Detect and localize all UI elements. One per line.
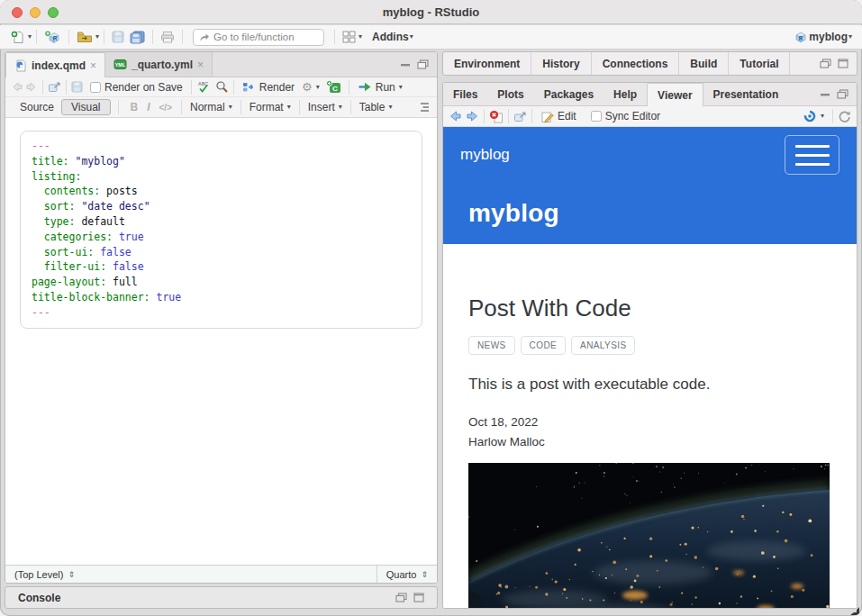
- publish-button[interactable]: ▾: [799, 109, 828, 123]
- sync-editor-checkbox[interactable]: Sync Editor: [587, 110, 664, 122]
- code-line[interactable]: type: default: [32, 214, 411, 230]
- maximize-pane-icon[interactable]: [417, 59, 429, 69]
- insert-menu[interactable]: Insert ▾: [304, 101, 346, 113]
- code-line[interactable]: categories: true: [32, 230, 411, 245]
- code-line[interactable]: title-block-banner: true: [32, 290, 411, 305]
- open-new-window-icon[interactable]: [48, 81, 61, 93]
- render-settings-button[interactable]: ⚙ ▾: [298, 80, 323, 94]
- minimize-pane-icon[interactable]: [400, 60, 411, 69]
- post-description[interactable]: This is a post with executable code.: [468, 376, 857, 394]
- format-menu[interactable]: Format ▾: [246, 101, 295, 113]
- forward-icon[interactable]: [25, 81, 38, 93]
- project-selector[interactable]: R myblog ▾: [791, 29, 855, 46]
- new-file-button[interactable]: [7, 28, 28, 46]
- checkbox-box[interactable]: [591, 111, 602, 122]
- run-button[interactable]: Run ▾: [354, 81, 406, 94]
- code-line[interactable]: title: "myblog": [32, 154, 411, 169]
- italic-button[interactable]: I: [142, 101, 154, 113]
- checkbox-box[interactable]: [90, 82, 101, 93]
- open-file-button[interactable]: [74, 29, 95, 45]
- paragraph-style-dropdown[interactable]: Normal ▾: [186, 101, 236, 113]
- viewer-forward-icon[interactable]: [466, 110, 479, 122]
- tab-tutorial[interactable]: Tutorial: [729, 52, 790, 75]
- publish-caret[interactable]: ▾: [821, 113, 824, 120]
- pane-layout-caret[interactable]: ▾: [358, 33, 362, 41]
- tab-files[interactable]: Files: [443, 83, 487, 105]
- blog-navbar-title[interactable]: myblog: [460, 146, 510, 164]
- visual-editor-toolbar: Source Visual B I </> Normal ▾ Format ▾ …: [5, 97, 437, 118]
- viewer-back-icon[interactable]: [449, 110, 462, 122]
- save-icon-small[interactable]: [71, 81, 83, 93]
- print-button[interactable]: [158, 29, 177, 45]
- visual-editor-canvas[interactable]: ---title: "myblog"listing: contents: pos…: [5, 118, 437, 565]
- open-file-caret[interactable]: ▾: [95, 33, 99, 41]
- tab-viewer[interactable]: Viewer: [647, 83, 703, 106]
- tab-quarto-yml[interactable]: YML _quarto.yml ×: [105, 52, 213, 77]
- post-title-link[interactable]: Post With Code: [468, 294, 857, 322]
- edit-button[interactable]: Edit: [537, 110, 580, 123]
- tab-history[interactable]: History: [531, 52, 591, 75]
- code-line[interactable]: contents: posts: [32, 184, 411, 199]
- restore-pane-icon[interactable]: [820, 59, 831, 68]
- window-resize-grip[interactable]: [850, 607, 859, 615]
- insert-chunk-button[interactable]: C: [323, 78, 344, 95]
- spellcheck-icon[interactable]: ABC: [196, 80, 212, 94]
- find-replace-icon[interactable]: [215, 80, 229, 94]
- navbar-toggle-button[interactable]: [785, 135, 839, 175]
- bold-button[interactable]: B: [126, 101, 143, 113]
- mode-visual-button[interactable]: Visual: [61, 99, 110, 115]
- file-type-selector[interactable]: Quarto ⇕: [377, 566, 437, 583]
- category-badge[interactable]: NEWS: [468, 336, 515, 355]
- maximize-pane-icon[interactable]: [837, 89, 848, 99]
- code-line[interactable]: sort: "date desc": [32, 199, 411, 214]
- maximize-pane-icon[interactable]: [413, 593, 424, 602]
- save-all-button[interactable]: [127, 29, 148, 46]
- pane-layout-button[interactable]: [340, 29, 358, 45]
- run-caret[interactable]: ▾: [399, 84, 403, 91]
- maximize-pane-icon[interactable]: [838, 59, 848, 68]
- category-badge[interactable]: ANALYSIS: [571, 336, 635, 355]
- code-line[interactable]: sort-ui: false: [32, 245, 411, 260]
- render-on-save-checkbox[interactable]: Render on Save: [86, 81, 186, 94]
- tab-index-qmd[interactable]: index.qmd ×: [5, 52, 105, 77]
- close-tab-icon[interactable]: ×: [90, 59, 96, 72]
- yaml-code-block[interactable]: ---title: "myblog"listing: contents: pos…: [20, 131, 422, 329]
- tab-build[interactable]: Build: [679, 52, 729, 75]
- save-button[interactable]: [109, 29, 127, 45]
- back-icon[interactable]: [11, 81, 23, 93]
- code-line[interactable]: ---: [32, 305, 411, 321]
- mode-source-button[interactable]: Source: [13, 100, 61, 114]
- viewer-toolbar: Edit Sync Editor ▾: [443, 106, 857, 127]
- tab-help[interactable]: Help: [603, 83, 647, 105]
- addins-button[interactable]: Addins ▾: [369, 29, 416, 45]
- scope-selector[interactable]: (Top Level) ⇕: [5, 569, 377, 580]
- tab-connections[interactable]: Connections: [592, 52, 680, 75]
- tab-plots[interactable]: Plots: [487, 83, 533, 105]
- new-file-caret[interactable]: ▾: [28, 33, 32, 41]
- render-icon: [242, 81, 256, 93]
- open-new-window-icon[interactable]: [513, 111, 527, 122]
- goto-file-input[interactable]: [213, 32, 313, 42]
- category-badge[interactable]: CODE: [521, 336, 567, 355]
- tab-presentation[interactable]: Presentation: [703, 83, 789, 105]
- close-tab-icon[interactable]: ×: [197, 59, 204, 71]
- goto-file-search[interactable]: [193, 29, 324, 46]
- restore-pane-icon[interactable]: [395, 593, 407, 602]
- code-line[interactable]: ---: [32, 139, 411, 154]
- new-project-button[interactable]: R: [41, 28, 64, 46]
- clear-viewer-icon[interactable]: [489, 110, 504, 123]
- minimize-pane-icon[interactable]: [820, 90, 830, 99]
- tab-packages[interactable]: Packages: [534, 83, 603, 105]
- tab-environment[interactable]: Environment: [443, 52, 531, 75]
- table-menu[interactable]: Table ▾: [356, 101, 396, 113]
- earth-night-photo[interactable]: [468, 463, 830, 608]
- refresh-icon[interactable]: [838, 110, 851, 123]
- code-line[interactable]: listing:: [32, 169, 411, 185]
- code-button[interactable]: </>: [155, 103, 177, 113]
- outline-toggle-icon[interactable]: [417, 102, 430, 113]
- post-author: Harlow Malloc: [468, 432, 857, 452]
- code-line[interactable]: page-layout: full: [32, 275, 411, 290]
- code-line[interactable]: filter-ui: false: [32, 259, 411, 275]
- render-label: Render: [259, 81, 295, 94]
- render-button[interactable]: Render: [239, 81, 298, 94]
